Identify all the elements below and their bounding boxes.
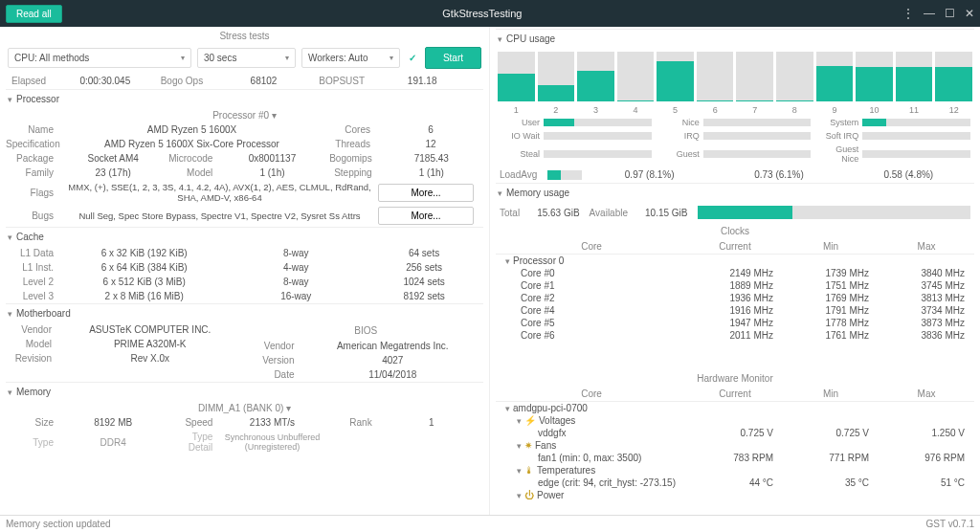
proc-stepping-label: Stepping	[324, 167, 380, 178]
mem-rank-value: 1	[380, 417, 483, 428]
proc-stepping-value: 1 (1h)	[380, 167, 483, 178]
hwmon-edge-row: edge (crit: 94, crit_hyst: -273.15)44 °C…	[496, 477, 974, 489]
bugs-more-button[interactable]: More...	[378, 207, 474, 225]
mb-vendor-label: Vendor	[6, 324, 59, 335]
elapsed-value: 0:00:30.045	[50, 76, 161, 86]
proc-package-label: Package	[6, 153, 61, 164]
cpu-bar	[935, 52, 972, 101]
mb-model-value: PRIME A320M-K	[59, 339, 241, 349]
cpu-meter-nice: Nice	[659, 117, 812, 128]
duration-dropdown[interactable]: 30 secs▾	[197, 48, 296, 68]
start-button[interactable]: Start	[425, 47, 481, 69]
bios-date-label: Date	[249, 369, 302, 380]
cpu-meter-system: System	[818, 117, 970, 128]
mb-rev-label: Revision	[6, 353, 59, 364]
hwmon-power-node[interactable]: ▾⏻Power	[496, 489, 974, 501]
hwmon-voltages-node[interactable]: ▾⚡Voltages	[496, 414, 974, 427]
fan-icon: ✷	[524, 440, 532, 451]
hwmon-device-node[interactable]: ▾amdgpu-pci-0700	[496, 402, 974, 414]
bios-version-label: Version	[249, 355, 302, 366]
bios-date-value: 11/04/2018	[302, 369, 484, 380]
cpu-meter-guest-nice: Guest Nice	[818, 144, 970, 165]
hwmon-temps-node[interactable]: ▾🌡Temperatures	[496, 464, 974, 477]
mem-avail-value: 10.15 GiB	[645, 208, 687, 218]
proc-family-label: Family	[6, 167, 61, 178]
titlebar: Read all GtkStressTesting ⋮ — ☐ ✕	[0, 0, 980, 27]
memory-usage-section-header[interactable]: Memory usage	[496, 183, 974, 202]
mb-model-label: Model	[6, 339, 59, 349]
read-all-button[interactable]: Read all	[6, 5, 62, 23]
left-column: Stress tests CPU: All methods▾ 30 secs▾ …	[0, 27, 490, 515]
bopsust-label: BOPSUST	[319, 76, 367, 86]
bogo-label: Bogo Ops	[161, 76, 209, 86]
cache-section-header[interactable]: Cache	[6, 227, 483, 246]
elapsed-label: Elapsed	[11, 76, 50, 86]
loadavg-5: 0.73 (6.1%)	[717, 169, 840, 180]
cpu-bar	[617, 52, 655, 101]
cpu-bar	[776, 52, 813, 101]
memory-section-header[interactable]: Memory	[6, 382, 483, 401]
bopsust-value: 191.18	[367, 76, 478, 86]
chevron-down-icon: ▾	[181, 54, 185, 62]
mem-rank-label: Rank	[324, 417, 380, 428]
clocks-title: Clocks	[496, 223, 974, 239]
proc-microcode-value: 0x8001137	[220, 153, 323, 164]
workers-dropdown[interactable]: Workers: Auto▾	[301, 48, 400, 68]
cpu-bar	[856, 52, 893, 101]
menu-icon[interactable]: ⋮	[902, 7, 914, 20]
power-icon: ⏻	[524, 490, 534, 500]
processor-section-header[interactable]: Processor	[6, 89, 483, 108]
cpu-method-dropdown[interactable]: CPU: All methods▾	[8, 48, 191, 68]
cpu-bar	[736, 52, 773, 101]
loadavg-label: LoadAvg	[500, 169, 542, 180]
thermometer-icon: 🌡	[524, 465, 534, 476]
cpu-bar	[657, 52, 694, 101]
cpu-usage-labels: 123456789101112	[496, 105, 974, 115]
cpu-meter-irq: IRQ	[659, 130, 812, 142]
statusbar: Memory section updated GST v0.7.1	[0, 515, 980, 532]
mb-rev-value: Rev X.0x	[59, 353, 241, 364]
proc-family-value: 23 (17h)	[61, 167, 165, 178]
clock-row: Core #02149 MHz1739 MHz3840 MHz	[496, 267, 974, 279]
mem-typedet-label: Type Detail	[165, 432, 220, 453]
hwmon-fan1-row: fan1 (min: 0, max: 3500)783 RPM771 RPM97…	[496, 452, 974, 464]
cache-row: Level 26 x 512 KiB (3 MiB)8-way1024 sets	[6, 275, 483, 289]
maximize-icon[interactable]: ☐	[945, 7, 955, 20]
stress-tests-header: Stress tests	[6, 29, 483, 43]
proc-spec-value: AMD Ryzen 5 1600X Six-Core Processor	[61, 139, 323, 149]
mem-total-value: 15.63 GiB	[537, 208, 579, 218]
memory-bank-dropdown[interactable]: DIMM_A1 (BANK 0) ▾	[6, 401, 483, 415]
cpu-bar	[498, 52, 535, 101]
check-icon[interactable]: ✓	[406, 52, 419, 65]
cache-row: Level 32 x 8 MiB (16 MiB)16-way8192 sets	[6, 289, 483, 303]
clock-row: Core #41916 MHz1791 MHz3734 MHz	[496, 304, 974, 317]
hwmon-header: CoreCurrentMinMax	[496, 387, 974, 402]
proc-threads-label: Threads	[323, 139, 378, 149]
motherboard-section-header[interactable]: Motherboard	[6, 303, 483, 322]
bolt-icon: ⚡	[524, 415, 536, 426]
clocks-proc-node[interactable]: ▾Processor 0	[496, 255, 974, 267]
close-icon[interactable]: ✕	[965, 7, 974, 20]
proc-microcode-label: Microcode	[165, 153, 220, 164]
mem-speed-label: Speed	[165, 417, 220, 428]
cpu-meter-guest: Guest	[659, 144, 812, 165]
cpu-usage-bars	[496, 48, 974, 105]
app-title: GtkStressTesting	[62, 8, 902, 19]
cache-row: L1 Data6 x 32 KiB (192 KiB)8-way64 sets	[6, 246, 483, 260]
proc-name-label: Name	[6, 124, 61, 135]
hwmon-fans-node[interactable]: ▾✷Fans	[496, 439, 974, 452]
loadavg-bar-1	[547, 170, 582, 180]
mem-typedet-value: Synchronous Unbuffered (Unregistered)	[220, 432, 323, 452]
minimize-icon[interactable]: —	[924, 7, 935, 20]
hwmon-vddgfx-row: vddgfx0.725 V0.725 V1.250 V	[496, 427, 974, 439]
flags-more-button[interactable]: More...	[378, 184, 474, 202]
processor-chip-dropdown[interactable]: Processor #0 ▾	[6, 108, 483, 122]
right-column: CPU usage 123456789101112 UserNiceSystem…	[490, 27, 980, 515]
proc-threads-value: 12	[378, 139, 483, 149]
proc-bugs-label: Bugs	[6, 211, 61, 221]
clock-row: Core #11889 MHz1751 MHz3745 MHz	[496, 279, 974, 292]
proc-spec-label: Specification	[6, 139, 61, 149]
proc-package-value: Socket AM4	[61, 153, 165, 164]
cpu-usage-section-header[interactable]: CPU usage	[496, 29, 974, 48]
cpu-bar	[577, 52, 614, 101]
